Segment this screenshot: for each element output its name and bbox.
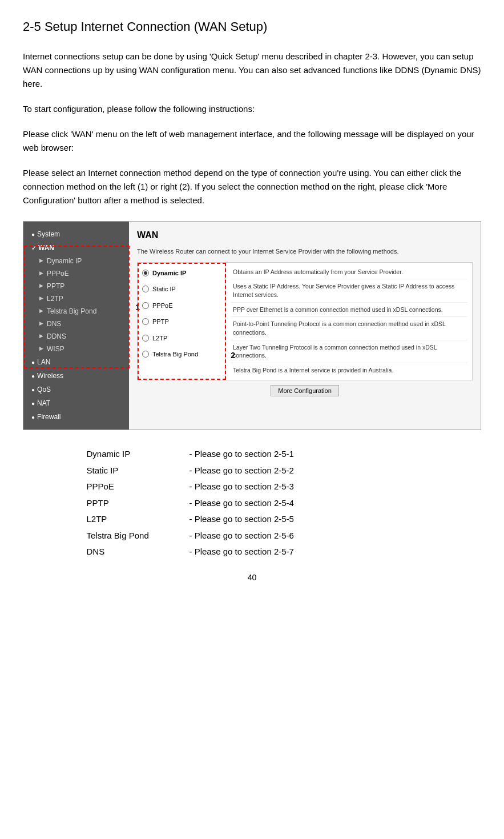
ref-left-dynamic-ip: Dynamic IP xyxy=(87,448,189,461)
wan-option-label-pppoe: PPPoE xyxy=(152,301,172,311)
wan-submenu: ▶ Dynamic IP ▶ PPPoE ▶ PPTP ▶ L2TP ▶ T xyxy=(23,255,129,355)
sidebar-item-wireless[interactable]: ● Wireless xyxy=(23,369,129,383)
sidebar: ● System ✓ WAN ▶ Dynamic IP ▶ PPPoE ▶ xyxy=(23,222,129,429)
wan-desc-l2tp: Layer Two Tunneling Protocol is a common… xyxy=(231,340,467,363)
ref-right-static-ip: - Please go to section 2-5-2 xyxy=(189,464,418,477)
radio-static-ip[interactable] xyxy=(142,286,149,292)
sidebar-item-system[interactable]: ● System xyxy=(23,227,129,241)
wan-option-dynamic-ip[interactable]: Dynamic IP xyxy=(138,265,225,282)
wan-desc-static-ip: Uses a Static IP Address. Your Service P… xyxy=(231,279,467,302)
ref-left-pptp: PPTP xyxy=(87,497,189,510)
wan-desc-pptp: Point-to-Point Tunneling Protocol is a c… xyxy=(231,317,467,340)
sidebar-item-wisp[interactable]: ▶ WISP xyxy=(35,343,129,355)
wan-option-label-l2tp: L2TP xyxy=(152,334,167,343)
more-configuration-button[interactable]: More Configuration xyxy=(271,385,339,396)
sidebar-item-pppoe[interactable]: ▶ PPPoE xyxy=(35,267,129,280)
paragraph-3: Please click 'WAN' menu on the left of w… xyxy=(23,127,481,155)
radio-telstra[interactable] xyxy=(142,351,149,358)
wan-option-pppoe[interactable]: PPPoE xyxy=(138,298,225,314)
sidebar-label-pppoe: PPPoE xyxy=(47,268,69,279)
ref-right-pptp: - Please go to section 2-5-4 xyxy=(189,497,418,510)
wan-option-static-ip[interactable]: Static IP xyxy=(138,281,225,298)
sidebar-label-wan: WAN xyxy=(38,243,54,253)
arrow-ddns: ▶ xyxy=(39,332,43,340)
sidebar-label-wireless: Wireless xyxy=(37,371,63,381)
wan-title: WAN xyxy=(137,228,473,242)
sidebar-label-pptp: PPTP xyxy=(47,281,64,291)
radio-dynamic-ip[interactable] xyxy=(142,270,149,276)
sidebar-item-firewall[interactable]: ● Firewall xyxy=(23,410,129,424)
ref-row-dns: DNS - Please go to section 2-5-7 xyxy=(87,544,418,560)
sidebar-label-dns: DNS xyxy=(47,319,61,329)
sidebar-item-ddns[interactable]: ▶ DDNS xyxy=(35,330,129,343)
radio-pppoe[interactable] xyxy=(142,302,149,309)
sidebar-label-ddns: DDNS xyxy=(47,331,66,342)
ref-left-static-ip: Static IP xyxy=(87,464,189,477)
ref-left-pppoe: PPPoE xyxy=(87,480,189,493)
radio-pptp[interactable] xyxy=(142,318,149,325)
arrow-telstra: ▶ xyxy=(39,307,43,315)
ref-row-telstra: Telstra Big Pond - Please go to section … xyxy=(87,528,418,544)
bullet-wireless: ● xyxy=(31,372,35,380)
ref-left-telstra: Telstra Big Pond xyxy=(87,529,189,543)
bullet-wan: ✓ xyxy=(31,244,36,252)
ref-right-dns: - Please go to section 2-5-7 xyxy=(189,545,418,559)
paragraph-1: Internet connections setup can be done b… xyxy=(23,50,481,91)
ref-row-static-ip: Static IP - Please go to section 2-5-2 xyxy=(87,463,418,479)
sidebar-menu: ● System ✓ WAN ▶ Dynamic IP ▶ PPPoE ▶ xyxy=(23,222,129,429)
sidebar-label-telstra: Telstra Big Pond xyxy=(47,306,96,316)
ref-right-dynamic-ip: - Please go to section 2-5-1 xyxy=(189,448,418,461)
sidebar-item-nat[interactable]: ● NAT xyxy=(23,396,129,410)
wan-desc-telstra: Telstra Big Pond is a Internet service i… xyxy=(231,363,467,378)
arrow-dynamic-ip: ▶ xyxy=(39,257,43,265)
wan-main-content: WAN The Wireless Router can connect to y… xyxy=(129,222,481,429)
wan-desc-pppoe: PPP over Ethernet is a common connection… xyxy=(231,303,467,318)
sidebar-item-wan[interactable]: ✓ WAN xyxy=(23,241,129,255)
ref-row-l2tp: L2TP - Please go to section 2-5-5 xyxy=(87,511,418,528)
sidebar-label-wisp: WISP xyxy=(47,344,64,354)
radio-l2tp[interactable] xyxy=(142,335,149,342)
wan-options-container: Dynamic IP Static IP PPPoE PPTP L2TP xyxy=(137,262,473,380)
ref-right-pppoe: - Please go to section 2-5-3 xyxy=(189,480,418,493)
wan-option-label-pptp: PPTP xyxy=(152,317,169,327)
ref-row-pppoe: PPPoE - Please go to section 2-5-3 xyxy=(87,479,418,495)
sidebar-item-telstra[interactable]: ▶ Telstra Big Pond xyxy=(35,305,129,318)
ref-right-l2tp: - Please go to section 2-5-5 xyxy=(189,513,418,526)
sidebar-item-dns[interactable]: ▶ DNS xyxy=(35,318,129,330)
ref-row-pptp: PPTP - Please go to section 2-5-4 xyxy=(87,495,418,512)
screenshot-ui: ● System ✓ WAN ▶ Dynamic IP ▶ PPPoE ▶ xyxy=(23,221,481,430)
sidebar-item-dynamic-ip[interactable]: ▶ Dynamic IP xyxy=(35,255,129,267)
page-number: 40 xyxy=(23,572,481,584)
wan-description: The Wireless Router can connect to your … xyxy=(137,247,473,256)
sidebar-label-nat: NAT xyxy=(37,398,50,408)
wan-desc-dynamic-ip: Obtains an IP Address automatically from… xyxy=(231,265,467,280)
bullet-lan: ● xyxy=(31,358,35,367)
sidebar-item-pptp[interactable]: ▶ PPTP xyxy=(35,280,129,292)
wan-option-label-dynamic-ip: Dynamic IP xyxy=(152,268,186,278)
bullet-qos: ● xyxy=(31,386,35,394)
wan-option-telstra[interactable]: Telstra Big Pond xyxy=(138,346,225,363)
arrow-pptp: ▶ xyxy=(39,282,43,290)
wan-options-left: Dynamic IP Static IP PPPoE PPTP L2TP xyxy=(138,263,226,380)
wan-option-label-static-ip: Static IP xyxy=(152,284,176,294)
sidebar-label-system: System xyxy=(37,229,60,239)
wan-option-l2tp[interactable]: L2TP xyxy=(138,330,225,347)
sidebar-label-l2tp: L2TP xyxy=(47,294,63,304)
reference-table: Dynamic IP - Please go to section 2-5-1 … xyxy=(87,446,418,560)
sidebar-label-qos: QoS xyxy=(37,384,51,395)
bullet-firewall: ● xyxy=(31,413,35,421)
wan-options-right: Obtains an IP Address automatically from… xyxy=(226,263,472,380)
wan-option-pptp[interactable]: PPTP xyxy=(138,314,225,330)
arrow-l2tp: ▶ xyxy=(39,295,43,303)
bullet-nat: ● xyxy=(31,399,35,408)
page-title: 2-5 Setup Internet Connection (WAN Setup… xyxy=(23,17,481,36)
bullet-system: ● xyxy=(31,230,35,239)
ref-right-telstra: - Please go to section 2-5-6 xyxy=(189,529,418,543)
sidebar-item-l2tp[interactable]: ▶ L2TP xyxy=(35,292,129,305)
sidebar-item-qos[interactable]: ● QoS xyxy=(23,383,129,396)
sidebar-label-dynamic-ip: Dynamic IP xyxy=(47,256,82,266)
paragraph-2: To start configuration, please follow th… xyxy=(23,102,481,116)
arrow-wisp: ▶ xyxy=(39,345,43,353)
sidebar-item-lan[interactable]: ● LAN xyxy=(23,355,129,369)
sidebar-label-firewall: Firewall xyxy=(37,412,61,422)
